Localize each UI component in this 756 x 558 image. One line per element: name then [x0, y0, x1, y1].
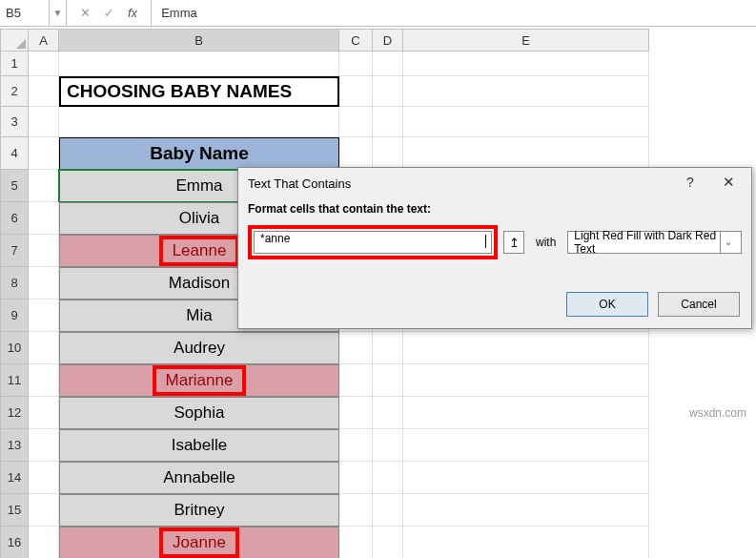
- name-box[interactable]: B5: [0, 0, 50, 26]
- cell-d4[interactable]: [373, 137, 403, 170]
- cell-a1[interactable]: [29, 52, 59, 76]
- col-header-c[interactable]: C: [339, 29, 373, 52]
- close-button[interactable]: ✕: [709, 168, 747, 196]
- cell-b12[interactable]: Sophia: [59, 397, 339, 429]
- cell-a2[interactable]: [29, 76, 59, 107]
- dialog-titlebar[interactable]: Text That Contains ? ✕: [238, 168, 751, 198]
- cell-b13[interactable]: Isabelle: [59, 429, 339, 462]
- cell-d14[interactable]: [373, 462, 403, 494]
- cell-a3[interactable]: [29, 107, 59, 137]
- row-header-11[interactable]: 11: [0, 364, 29, 397]
- cell-e1[interactable]: [403, 52, 649, 76]
- cell-c3[interactable]: [339, 107, 373, 137]
- cell-c10[interactable]: [339, 332, 373, 364]
- cell-a12[interactable]: [29, 397, 59, 429]
- text-input[interactable]: *anne: [254, 231, 492, 254]
- row-header-13[interactable]: 13: [0, 429, 29, 462]
- cell-a11[interactable]: [29, 364, 59, 397]
- cell-c4[interactable]: [339, 137, 373, 170]
- row-header-16[interactable]: 16: [0, 527, 29, 558]
- format-select[interactable]: Light Red Fill with Dark Red Text ⌄: [567, 231, 742, 254]
- cell-c15[interactable]: [339, 494, 373, 527]
- cell-e11[interactable]: [403, 364, 649, 397]
- cell-c1[interactable]: [339, 52, 373, 76]
- cell-b11[interactable]: Marianne: [59, 364, 339, 397]
- cell-d1[interactable]: [373, 52, 403, 76]
- cell-b3[interactable]: [59, 107, 339, 137]
- highlight-box: Joanne: [159, 527, 239, 558]
- cell-b14[interactable]: Annabelle: [59, 462, 339, 494]
- cell-e4[interactable]: [403, 137, 649, 170]
- cell-c16[interactable]: [339, 527, 373, 558]
- cell-b1[interactable]: [59, 52, 339, 76]
- col-header-d[interactable]: D: [373, 29, 403, 52]
- cell-e12[interactable]: [403, 397, 649, 429]
- range-picker-icon[interactable]: ↥: [503, 231, 524, 254]
- cell-a5[interactable]: [29, 170, 59, 202]
- cell-d12[interactable]: [373, 397, 403, 429]
- cell-b10[interactable]: Audrey: [59, 332, 339, 364]
- row-header-10[interactable]: 10: [0, 332, 29, 364]
- select-all-corner[interactable]: [0, 29, 29, 52]
- cell-b16[interactable]: Joanne: [59, 527, 339, 558]
- cell-d16[interactable]: [373, 527, 403, 558]
- cell-a14[interactable]: [29, 462, 59, 494]
- cell-e3[interactable]: [403, 107, 649, 137]
- row-header-8[interactable]: 8: [0, 267, 29, 300]
- cell-c2[interactable]: [339, 76, 373, 107]
- cell-b15[interactable]: Britney: [59, 494, 339, 527]
- cell-d10[interactable]: [373, 332, 403, 364]
- cell-c11[interactable]: [339, 364, 373, 397]
- cell-a10[interactable]: [29, 332, 59, 364]
- ok-button[interactable]: OK: [566, 292, 648, 317]
- cell-e2[interactable]: [403, 76, 649, 107]
- row-header-12[interactable]: 12: [0, 397, 29, 429]
- cell-e15[interactable]: [403, 494, 649, 527]
- cell-d3[interactable]: [373, 107, 403, 137]
- row-header-7[interactable]: 7: [0, 235, 29, 267]
- row-header-5[interactable]: 5: [0, 170, 29, 202]
- col-header-b[interactable]: B: [59, 29, 339, 52]
- cell-a6[interactable]: [29, 202, 59, 235]
- row-header-14[interactable]: 14: [0, 462, 29, 494]
- table-header-cell[interactable]: Baby Name: [59, 137, 339, 170]
- formula-input[interactable]: Emma: [152, 6, 197, 20]
- row-header-4[interactable]: 4: [0, 137, 29, 170]
- fx-icon[interactable]: fx: [128, 6, 137, 20]
- cell-a9[interactable]: [29, 300, 59, 332]
- cell-d13[interactable]: [373, 429, 403, 462]
- cell-a4[interactable]: [29, 137, 59, 170]
- cell-e16[interactable]: [403, 527, 649, 558]
- cell-c12[interactable]: [339, 397, 373, 429]
- cell-a8[interactable]: [29, 267, 59, 300]
- format-select-value: Light Red Fill with Dark Red Text: [574, 229, 720, 256]
- formula-icons: ✕ ✓ fx: [67, 0, 152, 26]
- row-header-3[interactable]: 3: [0, 107, 29, 137]
- row-header-1[interactable]: 1: [0, 52, 29, 76]
- cancel-button[interactable]: Cancel: [658, 292, 740, 317]
- cell-a7[interactable]: [29, 235, 59, 267]
- row-header-15[interactable]: 15: [0, 494, 29, 527]
- cell-d11[interactable]: [373, 364, 403, 397]
- cell-a13[interactable]: [29, 429, 59, 462]
- row-header-9[interactable]: 9: [0, 300, 29, 332]
- title-cell[interactable]: CHOOSING BABY NAMES: [59, 76, 339, 107]
- cell-e14[interactable]: [403, 462, 649, 494]
- row-header-6[interactable]: 6: [0, 202, 29, 235]
- cell-a15[interactable]: [29, 494, 59, 527]
- with-label: with: [536, 236, 556, 249]
- row-header-2[interactable]: 2: [0, 76, 29, 107]
- cancel-icon[interactable]: ✕: [80, 6, 91, 20]
- cell-e13[interactable]: [403, 429, 649, 462]
- check-icon[interactable]: ✓: [104, 6, 114, 20]
- name-box-dropdown[interactable]: ▼: [50, 0, 67, 26]
- cell-a16[interactable]: [29, 527, 59, 558]
- cell-d15[interactable]: [373, 494, 403, 527]
- cell-c14[interactable]: [339, 462, 373, 494]
- cell-c13[interactable]: [339, 429, 373, 462]
- col-header-e[interactable]: E: [403, 29, 649, 52]
- col-header-a[interactable]: A: [29, 29, 59, 52]
- cell-e10[interactable]: [403, 332, 649, 364]
- cell-d2[interactable]: [373, 76, 403, 107]
- help-button[interactable]: ?: [673, 168, 707, 196]
